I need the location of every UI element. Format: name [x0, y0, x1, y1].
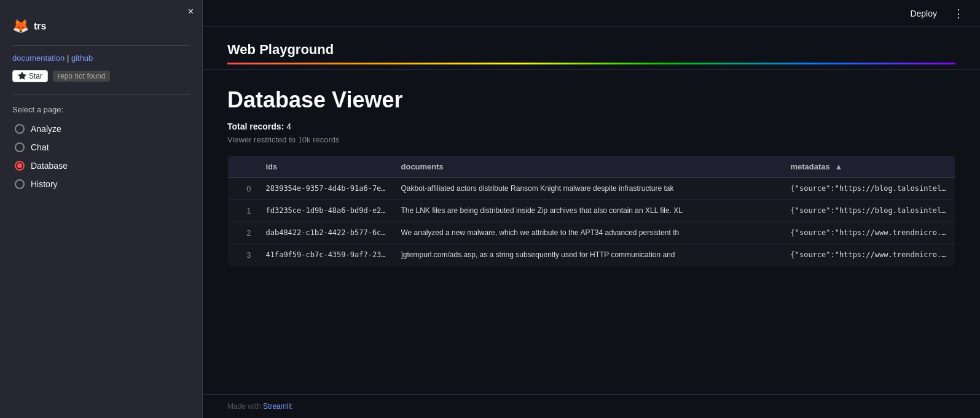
row-doc-0: Qakbot-affiliated actors distribute Rans…: [394, 178, 783, 200]
close-sidebar-button[interactable]: ×: [188, 6, 194, 17]
table-row: 2 dab48422-c1b2-4422-b577-6c28d4a991e3 W…: [228, 222, 955, 244]
sidebar-item-chat[interactable]: Chat: [12, 139, 190, 156]
streamlit-link[interactable]: Streamlit: [263, 402, 292, 411]
sidebar-divider-1: [12, 45, 190, 46]
sidebar-nav: Analyze Chat Database History: [0, 120, 202, 193]
table-body: 0 2839354e-9357-4d4b-91a6-7e2a42205ee9 Q…: [228, 178, 955, 266]
row-id-1: fd3235ce-1d9b-48a6-bd9d-e2bb323e3d74: [259, 200, 394, 222]
deploy-button[interactable]: Deploy: [905, 6, 942, 21]
row-index-2: 2: [228, 222, 259, 244]
table-row: 1 fd3235ce-1d9b-48a6-bd9d-e2bb323e3d74 T…: [228, 200, 955, 222]
total-records-label: Total records:: [227, 122, 284, 131]
radio-history: [15, 179, 25, 189]
col-header-documents: documents: [394, 156, 783, 178]
link-separator: |: [67, 53, 71, 63]
star-icon: [18, 72, 26, 80]
row-doc-2: We analyzed a new malware, which we attr…: [394, 222, 783, 244]
row-meta-2: {"source":"https://www.trendmicro.com/en…: [783, 222, 955, 244]
documentation-link[interactable]: documentation: [12, 53, 65, 63]
col-metadatas-label: metadatas: [791, 162, 830, 171]
viewer-restricted-notice: Viewer restricted to 10k records: [227, 135, 955, 144]
star-button[interactable]: Deploy Star: [12, 70, 48, 82]
rainbow-underline: [227, 63, 955, 64]
select-page-label: Select a page:: [0, 105, 202, 120]
sidebar-divider-2: [12, 95, 190, 95]
repo-not-found-badge: repo not found: [53, 71, 110, 82]
more-options-button[interactable]: ⋮: [949, 6, 968, 21]
total-records: Total records: 4: [227, 122, 955, 131]
footer-made-with: Made with: [227, 402, 261, 411]
page-title: Web Playground: [227, 42, 955, 58]
col-header-index: [228, 156, 259, 178]
row-meta-1: {"source":"https://blog.talosintelligenc…: [783, 200, 955, 222]
database-table: ids documents metadatas ▲ 0 2839354e-935…: [227, 155, 955, 266]
table-row: 3 41fa9f59-cb7c-4359-9af7-230885bc653f ]…: [228, 244, 955, 266]
main-content: Deploy ⋮ Web Playground Database Viewer …: [203, 0, 980, 418]
radio-database-inner: [17, 163, 22, 168]
db-viewer-title: Database Viewer: [227, 87, 955, 113]
nav-label-chat: Chat: [31, 142, 49, 152]
row-index-1: 1: [228, 200, 259, 222]
logo-icon: 🦊: [12, 18, 29, 34]
star-text: Star: [29, 72, 42, 80]
radio-database: [15, 161, 25, 171]
total-records-number: 4: [286, 122, 291, 131]
row-id-2: dab48422-c1b2-4422-b577-6c28d4a991e3: [259, 222, 394, 244]
nav-label-history: History: [31, 179, 58, 189]
radio-chat: [15, 142, 25, 152]
row-index-0: 0: [228, 178, 259, 200]
row-doc-1: The LNK files are being distributed insi…: [394, 200, 783, 222]
logo-text: trs: [34, 21, 46, 32]
github-link[interactable]: github: [71, 53, 93, 63]
nav-label-analyze: Analyze: [31, 124, 61, 134]
nav-label-database: Database: [31, 161, 68, 171]
row-meta-0: {"source":"https://blog.talosintelligenc…: [783, 178, 955, 200]
table-row: 0 2839354e-9357-4d4b-91a6-7e2a42205ee9 Q…: [228, 178, 955, 200]
sidebar-logo: 🦊 trs: [0, 6, 202, 41]
row-id-3: 41fa9f59-cb7c-4359-9af7-230885bc653f: [259, 244, 394, 266]
page-header: Web Playground: [203, 27, 980, 70]
sidebar-links: documentation | github: [0, 53, 202, 70]
footer: Made with Streamlit: [203, 394, 980, 418]
github-row: Deploy Star repo not found: [0, 70, 202, 95]
row-id-0: 2839354e-9357-4d4b-91a6-7e2a42205ee9: [259, 178, 394, 200]
sidebar: × 🦊 trs documentation | github Deploy St…: [0, 0, 203, 418]
sidebar-item-history[interactable]: History: [12, 176, 190, 193]
sidebar-item-database[interactable]: Database: [12, 157, 190, 174]
sort-icon[interactable]: ▲: [834, 162, 842, 171]
sidebar-item-analyze[interactable]: Analyze: [12, 120, 190, 137]
radio-analyze: [15, 124, 25, 134]
col-header-metadatas: metadatas ▲: [783, 156, 955, 178]
col-header-ids: ids: [259, 156, 394, 178]
content-area: Database Viewer Total records: 4 Viewer …: [203, 70, 980, 394]
table-header-row: ids documents metadatas ▲: [228, 156, 955, 178]
row-doc-3: ]gtempurl.com/ads.asp, as a string subse…: [394, 244, 783, 266]
row-meta-3: {"source":"https://www.trendmicro.com/en…: [783, 244, 955, 266]
row-index-3: 3: [228, 244, 259, 266]
topbar: Deploy ⋮: [203, 0, 980, 27]
